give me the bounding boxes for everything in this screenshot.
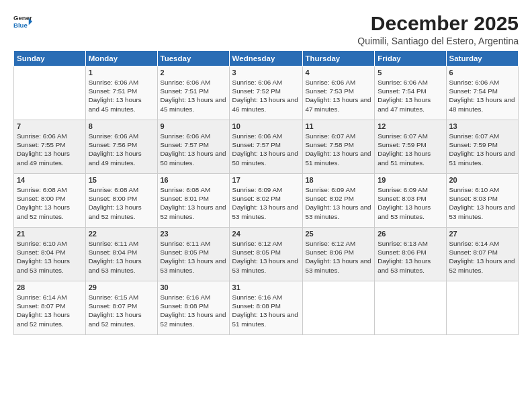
day-number: 23 bbox=[161, 230, 226, 238]
day-detail: Sunrise: 6:09 AMSunset: 8:02 PMDaylight:… bbox=[232, 186, 298, 220]
day-number: 9 bbox=[161, 122, 226, 130]
col-tuesday: Tuesday bbox=[157, 51, 229, 66]
table-row: 1 Sunrise: 6:06 AMSunset: 7:51 PMDayligh… bbox=[85, 66, 157, 120]
day-number: 7 bbox=[17, 122, 83, 130]
table-row: 9 Sunrise: 6:06 AMSunset: 7:57 PMDayligh… bbox=[157, 120, 229, 174]
col-thursday: Thursday bbox=[302, 51, 375, 66]
day-number: 24 bbox=[232, 230, 300, 238]
day-detail: Sunrise: 6:16 AMSunset: 8:08 PMDaylight:… bbox=[161, 293, 226, 328]
table-row: 12 Sunrise: 6:07 AMSunset: 7:59 PMDaylig… bbox=[375, 120, 446, 174]
main-title: December 2025 bbox=[357, 12, 519, 34]
logo: General Blue bbox=[13, 12, 32, 31]
day-detail: Sunrise: 6:07 AMSunset: 7:59 PMDaylight:… bbox=[449, 132, 515, 167]
day-number: 3 bbox=[232, 68, 300, 77]
calendar-week-row: 28 Sunrise: 6:14 AMSunset: 8:07 PMDaylig… bbox=[14, 281, 519, 335]
col-wednesday: Wednesday bbox=[229, 51, 302, 66]
day-number: 4 bbox=[306, 68, 372, 77]
day-detail: Sunrise: 6:07 AMSunset: 7:58 PMDaylight:… bbox=[306, 132, 371, 167]
day-number: 29 bbox=[89, 283, 154, 291]
table-row: 4 Sunrise: 6:06 AMSunset: 7:53 PMDayligh… bbox=[302, 66, 375, 120]
col-monday: Monday bbox=[85, 51, 157, 66]
day-detail: Sunrise: 6:15 AMSunset: 8:07 PMDaylight:… bbox=[89, 293, 142, 328]
day-detail: Sunrise: 6:06 AMSunset: 7:57 PMDaylight:… bbox=[161, 132, 226, 167]
day-detail: Sunrise: 6:06 AMSunset: 7:55 PMDaylight:… bbox=[17, 132, 70, 167]
calendar-week-row: 14 Sunrise: 6:08 AMSunset: 8:00 PMDaylig… bbox=[14, 174, 519, 228]
day-number: 15 bbox=[89, 176, 154, 184]
table-row: 2 Sunrise: 6:06 AMSunset: 7:51 PMDayligh… bbox=[157, 66, 229, 120]
table-row: 26 Sunrise: 6:13 AMSunset: 8:06 PMDaylig… bbox=[375, 228, 446, 281]
day-number: 5 bbox=[378, 68, 443, 77]
day-detail: Sunrise: 6:06 AMSunset: 7:51 PMDaylight:… bbox=[161, 79, 226, 113]
day-detail: Sunrise: 6:16 AMSunset: 8:08 PMDaylight:… bbox=[232, 293, 298, 328]
day-number: 1 bbox=[89, 68, 154, 77]
col-saturday: Saturday bbox=[446, 51, 519, 66]
table-row: 7 Sunrise: 6:06 AMSunset: 7:55 PMDayligh… bbox=[14, 120, 86, 174]
day-number: 20 bbox=[449, 176, 516, 184]
day-detail: Sunrise: 6:06 AMSunset: 7:52 PMDaylight:… bbox=[232, 79, 298, 113]
day-detail: Sunrise: 6:13 AMSunset: 8:06 PMDaylight:… bbox=[378, 240, 431, 274]
table-row: 11 Sunrise: 6:07 AMSunset: 7:58 PMDaylig… bbox=[302, 120, 375, 174]
day-number: 6 bbox=[449, 68, 516, 77]
table-row: 3 Sunrise: 6:06 AMSunset: 7:52 PMDayligh… bbox=[229, 66, 302, 120]
day-detail: Sunrise: 6:12 AMSunset: 8:06 PMDaylight:… bbox=[306, 240, 371, 274]
table-row: 31 Sunrise: 6:16 AMSunset: 8:08 PMDaylig… bbox=[229, 281, 302, 335]
day-detail: Sunrise: 6:06 AMSunset: 7:56 PMDaylight:… bbox=[89, 132, 142, 167]
calendar-week-row: 7 Sunrise: 6:06 AMSunset: 7:55 PMDayligh… bbox=[14, 120, 519, 174]
day-detail: Sunrise: 6:06 AMSunset: 7:53 PMDaylight:… bbox=[306, 79, 371, 113]
table-row: 21 Sunrise: 6:10 AMSunset: 8:04 PMDaylig… bbox=[14, 228, 86, 281]
day-number: 28 bbox=[17, 283, 83, 291]
svg-text:Blue: Blue bbox=[13, 21, 28, 29]
day-detail: Sunrise: 6:07 AMSunset: 7:59 PMDaylight:… bbox=[378, 132, 431, 167]
table-row: 22 Sunrise: 6:11 AMSunset: 8:04 PMDaylig… bbox=[85, 228, 157, 281]
table-row: 18 Sunrise: 6:09 AMSunset: 8:02 PMDaylig… bbox=[302, 174, 375, 228]
table-row bbox=[446, 281, 519, 335]
day-number: 13 bbox=[449, 122, 516, 130]
logo-icon: General Blue bbox=[13, 12, 32, 31]
day-number: 10 bbox=[232, 122, 300, 130]
day-detail: Sunrise: 6:08 AMSunset: 8:01 PMDaylight:… bbox=[161, 186, 226, 220]
day-number: 16 bbox=[161, 176, 226, 184]
day-number: 21 bbox=[17, 230, 83, 238]
table-row: 24 Sunrise: 6:12 AMSunset: 8:05 PMDaylig… bbox=[229, 228, 302, 281]
table-row: 23 Sunrise: 6:11 AMSunset: 8:05 PMDaylig… bbox=[157, 228, 229, 281]
table-row: 10 Sunrise: 6:06 AMSunset: 7:57 PMDaylig… bbox=[229, 120, 302, 174]
day-detail: Sunrise: 6:06 AMSunset: 7:54 PMDaylight:… bbox=[378, 79, 431, 113]
table-row: 5 Sunrise: 6:06 AMSunset: 7:54 PMDayligh… bbox=[375, 66, 446, 120]
table-row bbox=[375, 281, 446, 335]
table-row bbox=[302, 281, 375, 335]
day-number: 2 bbox=[161, 68, 226, 77]
day-detail: Sunrise: 6:14 AMSunset: 8:07 PMDaylight:… bbox=[449, 240, 515, 274]
page: General Blue December 2025 Quimili, Sant… bbox=[0, 0, 532, 411]
day-number: 18 bbox=[306, 176, 372, 184]
calendar-table: Sunday Monday Tuesday Wednesday Thursday… bbox=[13, 50, 519, 335]
day-detail: Sunrise: 6:12 AMSunset: 8:05 PMDaylight:… bbox=[232, 240, 298, 274]
table-row: 16 Sunrise: 6:08 AMSunset: 8:01 PMDaylig… bbox=[157, 174, 229, 228]
day-detail: Sunrise: 6:11 AMSunset: 8:04 PMDaylight:… bbox=[89, 240, 142, 274]
table-row: 8 Sunrise: 6:06 AMSunset: 7:56 PMDayligh… bbox=[85, 120, 157, 174]
day-detail: Sunrise: 6:06 AMSunset: 7:54 PMDaylight:… bbox=[449, 79, 515, 113]
day-detail: Sunrise: 6:09 AMSunset: 8:02 PMDaylight:… bbox=[306, 186, 371, 220]
table-row bbox=[14, 66, 86, 120]
day-number: 30 bbox=[161, 283, 226, 291]
table-row: 19 Sunrise: 6:09 AMSunset: 8:03 PMDaylig… bbox=[375, 174, 446, 228]
calendar-week-row: 21 Sunrise: 6:10 AMSunset: 8:04 PMDaylig… bbox=[14, 228, 519, 281]
day-detail: Sunrise: 6:08 AMSunset: 8:00 PMDaylight:… bbox=[17, 186, 70, 220]
table-row: 27 Sunrise: 6:14 AMSunset: 8:07 PMDaylig… bbox=[446, 228, 519, 281]
table-row: 28 Sunrise: 6:14 AMSunset: 8:07 PMDaylig… bbox=[14, 281, 86, 335]
day-number: 26 bbox=[378, 230, 443, 238]
day-detail: Sunrise: 6:10 AMSunset: 8:04 PMDaylight:… bbox=[17, 240, 70, 274]
day-detail: Sunrise: 6:14 AMSunset: 8:07 PMDaylight:… bbox=[17, 293, 70, 328]
day-number: 27 bbox=[449, 230, 516, 238]
table-row: 29 Sunrise: 6:15 AMSunset: 8:07 PMDaylig… bbox=[85, 281, 157, 335]
day-number: 31 bbox=[232, 283, 300, 291]
calendar-week-row: 1 Sunrise: 6:06 AMSunset: 7:51 PMDayligh… bbox=[14, 66, 519, 120]
table-row: 20 Sunrise: 6:10 AMSunset: 8:03 PMDaylig… bbox=[446, 174, 519, 228]
day-number: 14 bbox=[17, 176, 83, 184]
day-detail: Sunrise: 6:08 AMSunset: 8:00 PMDaylight:… bbox=[89, 186, 142, 220]
table-row: 13 Sunrise: 6:07 AMSunset: 7:59 PMDaylig… bbox=[446, 120, 519, 174]
subtitle: Quimili, Santiago del Estero, Argentina bbox=[357, 36, 519, 46]
day-number: 11 bbox=[306, 122, 372, 130]
table-row: 30 Sunrise: 6:16 AMSunset: 8:08 PMDaylig… bbox=[157, 281, 229, 335]
table-row: 6 Sunrise: 6:06 AMSunset: 7:54 PMDayligh… bbox=[446, 66, 519, 120]
title-block: December 2025 Quimili, Santiago del Este… bbox=[357, 12, 519, 46]
